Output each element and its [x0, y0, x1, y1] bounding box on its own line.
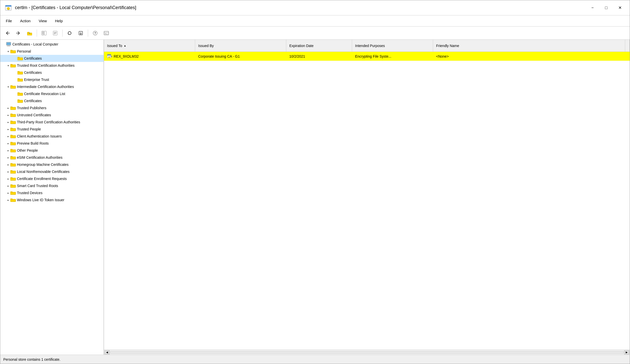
trusted-publishers-label: Trusted Publishers: [17, 106, 46, 110]
export-button[interactable]: [76, 28, 86, 38]
back-button[interactable]: [2, 28, 12, 38]
col-header-issued-to[interactable]: Issued To ▲: [104, 40, 195, 52]
folder-icon-homegroup: [10, 163, 16, 167]
scroll-track[interactable]: [110, 351, 624, 354]
preview-build-expand: ▸: [6, 141, 10, 146]
folder-icon-trusted-devices: [10, 191, 16, 195]
tree-cert-enrollment[interactable]: ▸ Certificate Enrollment Requests: [0, 175, 104, 182]
menu-action[interactable]: Action: [16, 17, 34, 25]
tree-personal-certs[interactable]: Certificates: [0, 55, 104, 62]
folder-icon-smart-card: [10, 184, 16, 188]
col-header-intended[interactable]: Intended Purposes: [352, 40, 433, 52]
up-button[interactable]: [25, 28, 35, 38]
trusted-root-expand: ▾: [6, 63, 10, 68]
col-header-issued-to-label: Issued To: [107, 44, 122, 48]
menu-help[interactable]: Help: [51, 17, 66, 25]
tree-homegroup[interactable]: ▸ Homegroup Machine Certificates: [0, 161, 104, 168]
tree-trusted-people[interactable]: ▸ Trusted People: [0, 126, 104, 133]
svg-rect-1: [5, 5, 11, 7]
svg-rect-50: [10, 128, 12, 129]
show-hide-tree-button[interactable]: [39, 28, 49, 38]
tree-other-people[interactable]: ▸ Other People: [0, 147, 104, 154]
tree-untrusted-certs[interactable]: ▸ Untrusted Certificates: [0, 111, 104, 119]
tree-esim[interactable]: ▸ eSIM Certification Authorities: [0, 154, 104, 161]
trusted-devices-expand: ▸: [6, 191, 10, 195]
tree-preview-build[interactable]: ▸ Preview Build Roots: [0, 140, 104, 147]
status-bar: Personal store contains 1 certificate.: [0, 355, 630, 364]
horizontal-scrollbar: ◀ ▶: [104, 350, 630, 355]
tree-client-auth[interactable]: ▸ Client Authentication Issuers: [0, 133, 104, 140]
tree-trusted-root[interactable]: ▾ Trusted Root Certification Authorities: [0, 62, 104, 69]
tree-third-party-root[interactable]: ▸ Third-Party Root Certification Authori…: [0, 119, 104, 126]
svg-rect-52: [10, 135, 12, 136]
folder-icon-esim: [10, 155, 16, 160]
cert-cell-friendly: <None>: [433, 54, 630, 58]
window-title: certlm - [Certificates - Local Computer\…: [15, 5, 136, 10]
trusted-root-label: Trusted Root Certification Authorities: [17, 63, 74, 67]
maximize-button[interactable]: □: [600, 4, 612, 12]
svg-rect-46: [10, 114, 12, 115]
close-button[interactable]: ✕: [614, 4, 626, 12]
personal-certs-label: Certificates: [24, 56, 42, 60]
untrusted-certs-label: Untrusted Certificates: [17, 113, 51, 117]
description-bar-button[interactable]: [101, 28, 111, 38]
tree-local-nonremovable[interactable]: ▸ Local NonRemovable Certificates: [0, 168, 104, 175]
scroll-right-button[interactable]: ▶: [624, 350, 629, 354]
tree-intermediate-certs[interactable]: Certificates: [0, 97, 104, 104]
forward-button[interactable]: [13, 28, 24, 38]
toolbar-sep-2: [62, 30, 63, 37]
tree-intermediate[interactable]: ▾ Intermediate Certification Authorities: [0, 83, 104, 90]
svg-rect-42: [17, 100, 19, 101]
col-header-expiration[interactable]: Expiration Date: [286, 40, 352, 52]
cert-row[interactable]: REX_9XDLM32 Corporate Issuing CA - G1 10…: [104, 52, 630, 61]
scroll-left-button[interactable]: ◀: [105, 350, 110, 354]
svg-rect-34: [17, 71, 19, 72]
toolbar-sep-3: [88, 30, 88, 37]
svg-rect-19: [104, 31, 109, 35]
third-party-root-expand: ▸: [6, 120, 10, 124]
trusted-people-label: Trusted People: [17, 127, 41, 131]
folder-icon-other-people: [10, 148, 16, 152]
windows-live-expand: ▸: [6, 198, 10, 202]
title-bar-left: ✓ certlm - [Certificates - Local Compute…: [4, 4, 136, 12]
app-icon: ✓: [4, 4, 12, 12]
refresh-button[interactable]: [65, 28, 75, 38]
col-header-issued-by[interactable]: Issued By: [195, 40, 286, 52]
toolbar-sep-1: [37, 30, 37, 37]
tree-windows-live[interactable]: ▸ Windows Live ID Token Issuer: [0, 196, 104, 203]
title-bar: ✓ certlm - [Certificates - Local Compute…: [0, 0, 630, 15]
tree-cert-revocation[interactable]: Certificate Revocation List: [0, 90, 104, 97]
tree-root[interactable]: Certificates - Local Computer: [0, 41, 104, 48]
folder-icon-cert-revocation: [17, 92, 23, 96]
svg-rect-28: [10, 50, 12, 51]
trusted-publishers-expand: ▸: [6, 106, 10, 110]
menu-file[interactable]: File: [2, 17, 15, 25]
svg-rect-56: [10, 149, 12, 150]
svg-rect-60: [10, 163, 12, 164]
third-party-root-label: Third-Party Root Certification Authoriti…: [17, 120, 80, 124]
trusted-devices-label: Trusted Devices: [17, 191, 43, 195]
tree-enterprise-trust[interactable]: Enterprise Trust: [0, 76, 104, 83]
tree-smart-card[interactable]: ▸ Smart Card Trusted Roots: [0, 182, 104, 189]
tree-personal[interactable]: ▾ Personal: [0, 48, 104, 55]
svg-rect-74: [111, 56, 113, 57]
menu-view[interactable]: View: [35, 17, 50, 25]
help-button[interactable]: ?: [90, 28, 100, 38]
homegroup-label: Homegroup Machine Certificates: [17, 163, 69, 167]
tree-trusted-devices[interactable]: ▸ Trusted Devices: [0, 189, 104, 196]
properties-button[interactable]: [50, 28, 60, 38]
tree-trusted-root-certs[interactable]: Certificates: [0, 69, 104, 76]
minimize-button[interactable]: −: [587, 4, 598, 12]
local-nonremovable-expand: ▸: [6, 169, 10, 174]
folder-icon-windows-live: [10, 198, 16, 202]
tree-trusted-publishers[interactable]: ▸ Trusted Publishers: [0, 104, 104, 111]
trusted-root-certs-label: Certificates: [24, 71, 42, 75]
svg-rect-72: [107, 54, 111, 55]
detail-pane: Issued To ▲ Issued By Expiration Date In…: [104, 40, 630, 355]
cert-revocation-label: Certificate Revocation List: [24, 92, 65, 96]
svg-rect-24: [7, 42, 11, 45]
col-header-friendly[interactable]: Friendly Name: [433, 40, 630, 52]
trusted-root-certs-expand: [13, 70, 17, 75]
cert-friendly-value: <None>: [436, 54, 449, 58]
svg-rect-62: [10, 170, 12, 171]
